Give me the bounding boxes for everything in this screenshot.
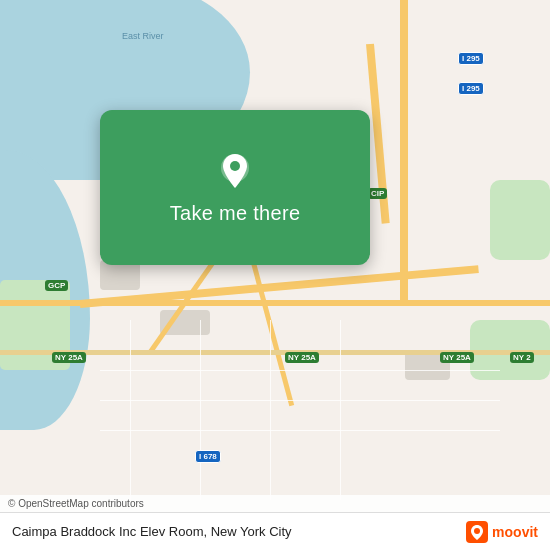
street-2 (200, 320, 201, 500)
map-attribution: © OpenStreetMap contributors (0, 495, 550, 512)
highway-i295-1: I 295 (458, 52, 484, 65)
street-5 (100, 370, 500, 371)
navigation-card[interactable]: Take me there (100, 110, 370, 265)
road-v-1 (400, 0, 408, 300)
street-6 (100, 400, 500, 401)
map-background: I 295 I 295 GCP CIP NY 25A NY 25A NY 25A… (0, 0, 550, 550)
highway-i678: I 678 (195, 450, 221, 463)
street-3 (270, 320, 271, 500)
street-1 (130, 320, 131, 500)
highway-ny25a-left: NY 25A (52, 352, 86, 363)
attribution-text: © OpenStreetMap contributors (8, 498, 144, 509)
moovit-logo: moovit (466, 521, 538, 543)
street-7 (100, 430, 500, 431)
svg-point-1 (230, 161, 240, 171)
road-h-1 (0, 300, 550, 306)
location-name: Caimpa Braddock Inc Elev Room, New York … (12, 524, 458, 539)
moovit-text: moovit (492, 524, 538, 540)
svg-point-3 (474, 528, 480, 534)
highway-ny2: NY 2 (510, 352, 534, 363)
street-4 (340, 320, 341, 500)
highway-cip: CIP (368, 188, 387, 199)
take-me-there-button[interactable]: Take me there (170, 202, 301, 225)
highway-ny25a-mid: NY 25A (285, 352, 319, 363)
info-bar: Caimpa Braddock Inc Elev Room, New York … (0, 512, 550, 550)
map-container: I 295 I 295 GCP CIP NY 25A NY 25A NY 25A… (0, 0, 550, 550)
highway-i295-2: I 295 (458, 82, 484, 95)
highway-ny25a-right: NY 25A (440, 352, 474, 363)
highway-gcp: GCP (45, 280, 68, 291)
location-pin-icon (213, 150, 257, 194)
green-park-3 (490, 180, 550, 260)
moovit-brand-icon (466, 521, 488, 543)
label-east-river: East River (120, 30, 166, 42)
